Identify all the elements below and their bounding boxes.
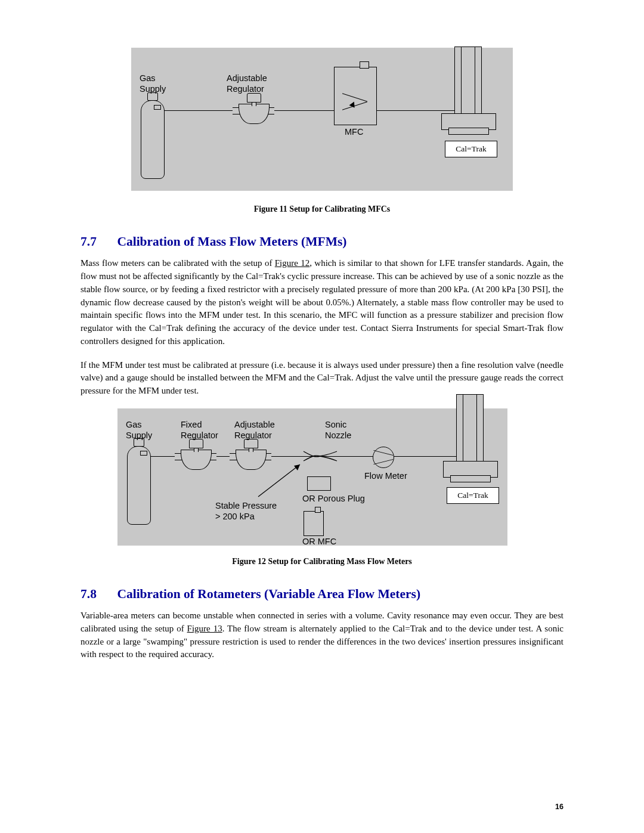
flow-meter-icon [373,447,394,468]
caltrak-label: Cal=Trak [445,141,497,157]
sonic-nozzle-icon [302,448,338,465]
figure-11-diagram: Cal=Trak GasSupply AdjustableRegulator M… [131,48,513,191]
section-7-8-title: Calibration of Rotameters (Variable Area… [117,587,420,601]
or-porous-plug-label: OR Porous Plug [302,493,365,504]
gas-cylinder-valve-icon [140,451,147,456]
figure-11-caption: Figure 11 Setup for Calibrating MFCs [80,203,564,215]
figure-12-link[interactable]: Figure 12 [275,258,310,268]
page-number: 16 [555,801,564,813]
fixed-regulator-icon [175,442,216,469]
pressure-arrow-icon [253,462,307,498]
or-mfc-icon [304,511,324,536]
caltrak-label: Cal=Trak [447,487,499,504]
svg-line-0 [258,465,300,497]
section-7-7-number: 7.7 [80,232,114,251]
fixed-regulator-label: FixedRegulator [181,419,218,441]
flow-line [152,110,480,111]
section-7-7-heading: 7.7 Calibration of Mass Flow Meters (MFM… [80,232,564,251]
section-7-7-paragraph-1: Mass flow meters can be calibrated with … [80,257,564,348]
gas-cylinder-valve-icon [154,105,161,110]
adjustable-regulator-label: AdjustableRegulator [234,419,275,441]
section-7-8-paragraph-1: Variable-area meters can become unstable… [80,609,564,661]
sonic-nozzle-label: SonicNozzle [325,419,351,441]
porous-plug-icon [307,476,331,491]
or-mfc-label: OR MFC [302,536,336,547]
mfc-icon [334,67,377,125]
gas-cylinder-icon [141,100,165,179]
figure-12-diagram: Cal=Trak GasSupply FixedRegulator Adjust… [117,408,507,546]
adjustable-regulator-icon [233,97,274,123]
gas-cylinder-icon [127,446,151,525]
adjustable-regulator-label: AdjustableRegulator [227,73,267,94]
figure-13-link[interactable]: Figure 13 [187,624,222,633]
caltrak-device-icon [443,394,497,493]
mfc-label: MFC [345,126,363,137]
gas-supply-label: GasSupply [140,73,166,94]
section-7-8-heading: 7.8 Calibration of Rotameters (Variable … [80,584,564,603]
caltrak-device-icon [441,47,495,145]
figure-12-caption: Figure 12 Setup for Calibrating Mass Flo… [80,555,564,568]
section-7-7-paragraph-2: If the MFM under test must be calibrated… [80,359,564,398]
section-7-7-title: Calibration of Mass Flow Meters (MFMs) [117,234,346,249]
section-7-8-number: 7.8 [80,584,114,603]
svg-marker-1 [294,465,300,470]
gas-supply-label: GasSupply [126,419,152,441]
stable-pressure-label: Stable Pressure> 200 kPa [215,500,277,522]
flow-meter-label: Flow Meter [364,470,407,481]
